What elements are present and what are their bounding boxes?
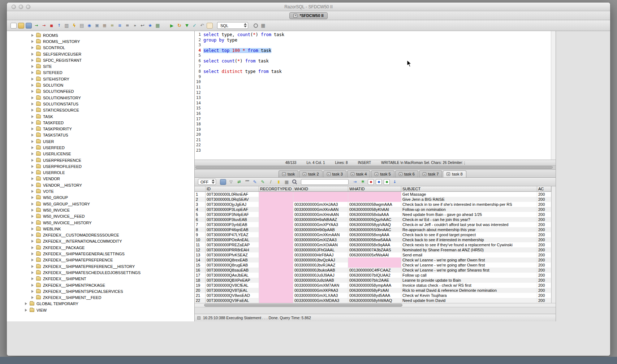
tree-item[interactable]: USERFEED xyxy=(7,144,194,151)
table-cell[interactable]: 00T3000000P3yrbEAB xyxy=(206,222,259,227)
tree-item[interactable]: VENDOR xyxy=(7,176,194,182)
table-cell[interactable]: 200 xyxy=(537,212,551,217)
editor-line[interactable]: 21 xyxy=(195,138,551,143)
table-cell[interactable]: 200 xyxy=(537,237,551,242)
column-header-ac[interactable]: AC xyxy=(537,186,551,191)
sql-editor[interactable]: 1select type, count(*) from task2group b… xyxy=(195,31,556,160)
tree-item[interactable]: W50_INVOICE__FEED xyxy=(7,213,194,220)
table-cell[interactable]: 00630000005QgzhAAC xyxy=(348,217,401,222)
table-cell[interactable] xyxy=(259,227,293,232)
close-tab-icon[interactable] xyxy=(446,172,450,176)
column-header-whatid[interactable]: WHATID xyxy=(348,186,401,191)
asterisk-green-icon[interactable] xyxy=(360,179,366,185)
table-cell[interactable]: 00T3000000P3LopEAF xyxy=(206,207,259,212)
disclosure-triangle-icon[interactable] xyxy=(31,171,34,174)
disclosure-triangle-icon[interactable] xyxy=(31,290,34,293)
tree-item[interactable]: ZKFEDEX__SHIPMENTSPECIALSERVICES xyxy=(7,288,194,294)
table-cell[interactable]: 200 xyxy=(537,217,551,222)
tree-item[interactable]: USERLICENSE xyxy=(7,151,194,157)
undo-icon[interactable] xyxy=(199,23,205,29)
editor-line[interactable]: 8select distinct type from task xyxy=(195,69,551,74)
table-cell[interactable]: 00630000007bIQUAA2 xyxy=(348,273,401,278)
result-tab-task[interactable]: task xyxy=(279,170,298,177)
editor-horizontal-scrollbar[interactable] xyxy=(195,166,556,170)
check-icon[interactable] xyxy=(191,23,198,29)
disclosure-triangle-icon[interactable] xyxy=(31,71,34,74)
tree-item[interactable]: VIEW xyxy=(7,307,194,313)
tree-item[interactable]: W50_INVOICE xyxy=(7,207,194,213)
disclosure-triangle-icon[interactable] xyxy=(31,53,34,56)
tree-item[interactable]: SFDC_REGISTRANT xyxy=(7,57,194,63)
paste-icon[interactable] xyxy=(102,23,108,29)
table-cell[interactable]: Check nexis to see if they've found a re… xyxy=(401,242,537,247)
table-cell[interactable]: Check back in to see if she's interested… xyxy=(401,202,537,207)
editor-line[interactable]: 15 xyxy=(195,106,551,111)
disclosure-triangle-icon[interactable] xyxy=(31,265,34,268)
list-icon[interactable] xyxy=(117,23,123,29)
tree-item[interactable]: SOLUTION xyxy=(7,82,194,88)
disclosure-triangle-icon[interactable] xyxy=(31,34,34,37)
table-cell[interactable]: Invoice status check - check w/ RS first xyxy=(401,283,537,288)
disclosure-triangle-icon[interactable] xyxy=(31,234,34,237)
result-tab-task-5[interactable]: task 5 xyxy=(371,170,394,177)
table-cell[interactable]: 0033000000GmXHnAAN xyxy=(293,212,348,217)
table-row[interactable]: 500T3000000P3N4pEAF0033000000GmXHnAAN006… xyxy=(195,212,551,217)
editor-line[interactable]: 20 xyxy=(195,132,551,138)
table-cell[interactable]: Need update from David xyxy=(401,298,537,303)
editor-line[interactable]: 9 xyxy=(195,74,551,80)
table-cell[interactable]: 00T3000000Q8rexEAB xyxy=(206,257,259,263)
tree-item[interactable]: SCONTROL xyxy=(7,45,194,51)
table-cell[interactable]: 0033000000GmXLXAA3 xyxy=(293,293,348,298)
tree-item[interactable]: ZKFEDEX__SHIPMENT__FEED xyxy=(7,294,194,300)
editor-line[interactable]: 12 xyxy=(195,90,551,96)
close-tab-icon[interactable] xyxy=(399,172,402,176)
editor-vertical-scrollbar[interactable] xyxy=(551,31,556,160)
result-tab-task-2[interactable]: task 2 xyxy=(299,170,322,177)
table-cell[interactable]: 006300000058ympAAA xyxy=(348,283,401,288)
history-icon[interactable] xyxy=(109,23,115,29)
table-cell[interactable] xyxy=(259,257,293,263)
table-row[interactable]: 2000T3000000QV8TjEAL0033000000GmXKPAA300… xyxy=(195,288,551,293)
editor-line[interactable]: 7 xyxy=(195,64,551,69)
table-cell[interactable]: 0013000000C4fFCAAZ xyxy=(348,268,401,273)
results-horizontal-scrollbar[interactable] xyxy=(195,303,556,307)
titlebar[interactable]: RazorSQL - SFDCW50 II xyxy=(7,3,610,11)
table-row[interactable]: 200T3000000L0RqSEAVGive Jenn a BIG RAISE… xyxy=(195,197,551,202)
table-row[interactable]: 1600T3000000Q8sauEAB0033000000JbukoAAB00… xyxy=(195,268,551,273)
tree-item[interactable]: TASKFEED xyxy=(7,120,194,126)
tree-item[interactable]: SITEFEED xyxy=(7,70,194,76)
table-cell[interactable]: 200 xyxy=(537,197,551,202)
editor-line[interactable]: 14 xyxy=(195,101,551,106)
disclosure-triangle-icon[interactable] xyxy=(31,46,34,49)
table-cell[interactable]: 00T3000000POeAnEAL xyxy=(206,237,259,242)
disclosure-triangle-icon[interactable] xyxy=(31,109,34,112)
table-cell[interactable]: 200 xyxy=(537,257,551,263)
table-cell[interactable] xyxy=(348,192,401,197)
table-cell[interactable]: 00T3000000P3N4pEAF xyxy=(206,212,259,217)
table-row[interactable]: 100T3000000L0RknEAFGet Massage200 xyxy=(195,192,551,197)
result-tab-task-7[interactable]: task 7 xyxy=(419,170,442,177)
disclosure-triangle-icon[interactable] xyxy=(25,309,27,312)
refresh-cw-icon[interactable] xyxy=(236,179,242,185)
table-cell[interactable]: Get Massage xyxy=(401,192,537,197)
sort-filter-icon[interactable] xyxy=(228,179,234,185)
table-cell[interactable]: Check w/ Leanne - we're going after Owen… xyxy=(401,263,537,268)
table-cell[interactable]: 00T3000000L0RqSEAV xyxy=(206,197,259,202)
export-icon[interactable] xyxy=(41,23,47,29)
table-cell[interactable] xyxy=(293,192,348,197)
editor-line[interactable]: 11 xyxy=(195,85,551,90)
table-cell[interactable]: Follow up call xyxy=(401,273,537,278)
disclosure-triangle-icon[interactable] xyxy=(31,271,34,274)
disclosure-triangle-icon[interactable] xyxy=(31,240,34,243)
table-cell[interactable]: 00630000007bIc2AAE xyxy=(348,278,401,283)
max-rows-select[interactable]: OFF xyxy=(198,179,216,185)
table-cell[interactable] xyxy=(259,263,293,268)
indent-icon[interactable] xyxy=(132,23,138,29)
table-cell[interactable]: 006300000058yd5AAA xyxy=(348,293,401,298)
fetch-down-icon[interactable] xyxy=(184,23,190,29)
table-cell[interactable]: Check w/ Leanne - we're going after Shea… xyxy=(401,268,537,273)
disclosure-triangle-icon[interactable] xyxy=(31,140,34,143)
editor-line[interactable]: 16 xyxy=(195,111,551,117)
table-cell[interactable] xyxy=(348,197,401,202)
table-cell[interactable]: 00T3000000QV8CfEAL xyxy=(206,283,259,288)
